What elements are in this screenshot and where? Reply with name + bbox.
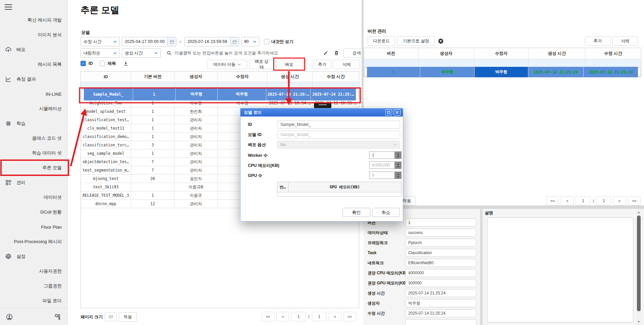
column-header[interactable]: 생성 시간 (529, 48, 585, 59)
field-value-input[interactable]: 박주형 (405, 299, 476, 307)
field-value-input[interactable]: 4000000 (405, 269, 476, 277)
description-textarea[interactable] (487, 218, 633, 322)
dialog-worker-stepper[interactable]: 1 ▲▼ (369, 151, 401, 159)
calendar-icon[interactable] (230, 37, 239, 46)
page-size-input[interactable]: 30 (105, 313, 117, 321)
table-row[interactable]: Sample_Model_1박주형박주형2025-07-14 21:20:…20… (81, 90, 359, 99)
column-header[interactable]: 수정자 (474, 48, 529, 59)
maximize-icon[interactable] (385, 109, 392, 115)
sidebar-item-배포[interactable]: 배포 (0, 42, 67, 57)
calendar-icon[interactable] (167, 37, 176, 46)
id-checkbox[interactable]: ✓ (80, 61, 86, 66)
user-profile-icon[interactable] (5, 313, 13, 321)
current-page-input[interactable]: 1 (576, 196, 590, 205)
field-value-input[interactable]: EfficientNetB0 (405, 259, 476, 267)
sort-order-select[interactable]: 내림차순 (80, 48, 120, 58)
sidebar-item-측정-결과[interactable]: 측정 결과 (0, 72, 67, 87)
field-value-input[interactable]: 2025-07-14 21:25:24 (405, 309, 476, 317)
data-move-button[interactable]: 데이터 이동 (207, 60, 247, 69)
trash-icon[interactable] (333, 49, 340, 57)
column-header[interactable]: 수정자 (218, 72, 268, 82)
sidebar-item-학습[interactable]: 학습 (0, 116, 67, 131)
sidebar-item-floor-plan[interactable]: Floor Plan (0, 220, 67, 234)
sidebar-item-그룹권한[interactable]: 그룹권한 (0, 279, 67, 293)
dialog-id-input[interactable]: Sample_Model_ (277, 121, 400, 129)
detail-divider[interactable] (480, 209, 483, 325)
field-value-input[interactable]: Classification (405, 249, 476, 257)
stepper-arrows-icon[interactable]: ▲▼ (395, 172, 401, 179)
sidebar-item-관리[interactable]: 관리 (0, 175, 67, 190)
prev-page-button[interactable]: < (276, 312, 289, 321)
dialog-model-id-input[interactable]: Sample_Model_ (277, 131, 400, 139)
field-value-input[interactable]: success (405, 229, 476, 237)
dialog-title-bar[interactable]: 모델 로드 (240, 108, 403, 117)
last-page-button[interactable]: >> (343, 312, 356, 321)
stepper-arrows-icon[interactable]: ▲▼ (395, 161, 401, 169)
last-page-button[interactable]: >> (628, 196, 641, 205)
sidebar-item-설정[interactable]: 설정 (0, 249, 67, 264)
sidebar-item-post-processing-레시피[interactable]: Post-Processing 레시피 (0, 234, 67, 249)
scroll-up-icon[interactable]: ▲ (636, 210, 641, 215)
sidebar-item-in-line[interactable]: IN-LINE (0, 87, 67, 101)
download-button[interactable]: 다운로드 (368, 36, 395, 46)
sidebar-item-추론-모델[interactable]: 추론 모델 (0, 160, 67, 175)
field-value-input[interactable]: 1 (405, 219, 476, 227)
column-header[interactable]: 버전 (364, 48, 419, 59)
set-default-button[interactable]: 기본으로 설정 (397, 36, 435, 46)
hamburger-menu-icon[interactable] (5, 4, 12, 10)
sidebar-item-파일-로더[interactable]: 파일 로더 (0, 293, 67, 308)
prev-page-button[interactable]: < (561, 196, 574, 205)
sidebar-item-레시피-목록[interactable]: 레시피 목록 (0, 57, 67, 72)
date-to-input[interactable]: 2025-07-16 23:59:59 (184, 37, 239, 46)
next-page-button[interactable]: > (613, 196, 626, 205)
column-header[interactable]: 생성 시간 (267, 72, 313, 82)
stepper-arrows-icon[interactable]: ▲▼ (395, 151, 401, 159)
download-icon[interactable] (122, 60, 129, 67)
current-page-input[interactable]: 1 (291, 312, 306, 321)
dialog-cpu-stepper[interactable]: 4,000,000 ▲▼ (369, 161, 401, 169)
sidebar-item-이미지-분석[interactable]: 이미지 분석 (0, 28, 67, 42)
sort-field-select[interactable]: 수정 시간 (80, 37, 120, 46)
first-page-button[interactable]: << (262, 312, 274, 321)
delete-button[interactable]: 삭제 (333, 60, 360, 69)
field-value-input[interactable] (405, 319, 476, 325)
window-drag-handle[interactable] (314, 103, 331, 108)
tools-icon[interactable] (54, 313, 62, 321)
ok-button[interactable]: 확인 (342, 208, 370, 217)
sidebar-item-시뮬레이션[interactable]: 시뮬레이션 (0, 101, 67, 116)
column-header[interactable]: 생성자 (175, 72, 218, 82)
page-size-apply-button[interactable]: 적용 (119, 312, 137, 322)
column-header[interactable]: 수정 시간 (585, 48, 641, 59)
sidebar-item-클래스-코드-셋[interactable]: 클래스 코드 셋 (0, 131, 67, 146)
close-icon[interactable] (394, 109, 400, 115)
column-header[interactable]: 생성자 (419, 48, 474, 59)
version-delete-button[interactable]: 삭제 (612, 36, 638, 46)
version-add-button[interactable]: 추가 (585, 36, 610, 46)
field-value-input[interactable]: Pytorch (405, 239, 476, 247)
vertical-scrollbar[interactable]: ▲ ▼ (636, 209, 641, 325)
add-button[interactable]: 추가 (313, 60, 331, 69)
scrollbar-thumb[interactable] (637, 216, 641, 311)
scroll-down-icon[interactable]: ▼ (636, 319, 641, 324)
settings-gear-icon[interactable] (437, 37, 445, 45)
table-row[interactable]: 1박주형박주형2025-07-14 21:25:242025-07-14 21:… (364, 67, 641, 77)
order-field-select[interactable]: 생성 시간 (122, 48, 161, 58)
edit-pencil-icon[interactable] (322, 49, 329, 57)
cancel-button[interactable]: 취소 (372, 208, 400, 217)
column-header[interactable]: 수정 시간 (313, 72, 359, 82)
column-header[interactable]: 기본 버전 (131, 72, 175, 82)
deploy-button[interactable]: 배포 (276, 60, 302, 69)
sidebar-item-사용자권한[interactable]: 사용자권한 (0, 264, 67, 279)
field-value-input[interactable]: 300000 (405, 279, 476, 287)
deploy-status-button[interactable]: 배포 상태 (249, 60, 274, 69)
date-from-input[interactable]: 2025-04-17 00:00:00 (122, 37, 176, 46)
title-checkbox[interactable] (100, 61, 105, 66)
dialog-gpu-stepper[interactable]: 0 ▲▼ (369, 172, 401, 179)
range-days-select[interactable]: 90 (241, 37, 259, 46)
next-page-button[interactable]: > (329, 312, 341, 321)
sidebar-item-확산-레시피-개발[interactable]: 확산 레시피 개발 (0, 13, 67, 28)
first-page-button[interactable]: << (546, 196, 559, 205)
sidebar-item-dcoll-현황[interactable]: DColl 현황 (0, 205, 67, 220)
sidebar-item-데이터셋[interactable]: 데이터셋 (0, 190, 67, 205)
dialog-deploy-option-select[interactable]: No (277, 141, 400, 149)
